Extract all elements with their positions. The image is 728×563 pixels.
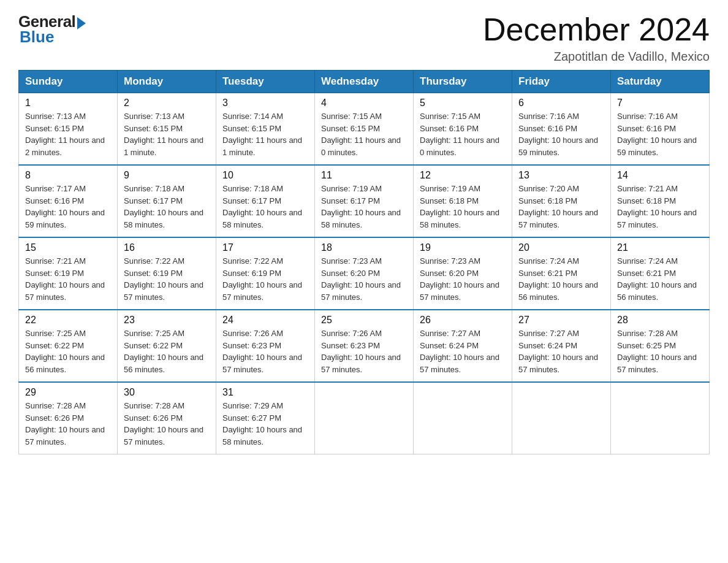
logo: General Blue — [18, 12, 86, 47]
day-number: 24 — [222, 315, 308, 326]
calendar-day-cell: 31Sunrise: 7:29 AMSunset: 6:27 PMDayligh… — [216, 382, 315, 454]
day-info: Sunrise: 7:26 AMSunset: 6:23 PMDaylight:… — [321, 327, 407, 375]
calendar-day-cell: 14Sunrise: 7:21 AMSunset: 6:18 PMDayligh… — [611, 165, 710, 237]
calendar-day-cell: 1Sunrise: 7:13 AMSunset: 6:15 PMDaylight… — [19, 93, 118, 166]
column-header-thursday: Thursday — [414, 71, 512, 93]
day-info: Sunrise: 7:25 AMSunset: 6:22 PMDaylight:… — [25, 327, 111, 375]
calendar-day-cell: 3Sunrise: 7:14 AMSunset: 6:15 PMDaylight… — [216, 93, 315, 166]
day-number: 2 — [124, 98, 210, 109]
calendar-day-cell: 4Sunrise: 7:15 AMSunset: 6:15 PMDaylight… — [315, 93, 414, 166]
day-number: 26 — [420, 315, 506, 326]
calendar-week-row: 1Sunrise: 7:13 AMSunset: 6:15 PMDaylight… — [19, 93, 710, 166]
day-info: Sunrise: 7:28 AMSunset: 6:26 PMDaylight:… — [124, 400, 210, 448]
column-header-friday: Friday — [512, 71, 611, 93]
day-number: 9 — [124, 170, 210, 181]
day-number: 18 — [321, 242, 407, 253]
calendar-day-cell: 18Sunrise: 7:23 AMSunset: 6:20 PMDayligh… — [315, 237, 414, 310]
calendar-header-row: SundayMondayTuesdayWednesdayThursdayFrid… — [19, 71, 710, 93]
day-number: 8 — [25, 170, 111, 181]
day-number: 27 — [518, 315, 604, 326]
day-info: Sunrise: 7:16 AMSunset: 6:16 PMDaylight:… — [518, 110, 604, 158]
day-info: Sunrise: 7:27 AMSunset: 6:24 PMDaylight:… — [420, 327, 506, 375]
calendar-day-cell: 23Sunrise: 7:25 AMSunset: 6:22 PMDayligh… — [118, 310, 216, 382]
calendar-week-row: 8Sunrise: 7:17 AMSunset: 6:16 PMDaylight… — [19, 165, 710, 237]
day-number: 17 — [222, 242, 308, 253]
calendar-day-cell: 5Sunrise: 7:15 AMSunset: 6:16 PMDaylight… — [414, 93, 512, 166]
logo-blue-text: Blue — [20, 28, 54, 47]
column-header-wednesday: Wednesday — [315, 71, 414, 93]
column-header-sunday: Sunday — [19, 71, 118, 93]
day-number: 21 — [617, 242, 703, 253]
calendar-day-cell: 22Sunrise: 7:25 AMSunset: 6:22 PMDayligh… — [19, 310, 118, 382]
day-number: 28 — [617, 315, 703, 326]
title-block: December 2024 Zapotitlan de Vadillo, Mex… — [483, 12, 710, 64]
day-info: Sunrise: 7:20 AMSunset: 6:18 PMDaylight:… — [518, 183, 604, 231]
column-header-saturday: Saturday — [611, 71, 710, 93]
day-number: 5 — [420, 98, 506, 109]
calendar-day-cell: 16Sunrise: 7:22 AMSunset: 6:19 PMDayligh… — [118, 237, 216, 310]
calendar-week-row: 15Sunrise: 7:21 AMSunset: 6:19 PMDayligh… — [19, 237, 710, 310]
calendar-day-cell: 13Sunrise: 7:20 AMSunset: 6:18 PMDayligh… — [512, 165, 611, 237]
day-info: Sunrise: 7:14 AMSunset: 6:15 PMDaylight:… — [222, 110, 308, 158]
day-info: Sunrise: 7:23 AMSunset: 6:20 PMDaylight:… — [321, 255, 407, 303]
column-header-tuesday: Tuesday — [216, 71, 315, 93]
calendar-day-cell: 27Sunrise: 7:27 AMSunset: 6:24 PMDayligh… — [512, 310, 611, 382]
location-text: Zapotitlan de Vadillo, Mexico — [483, 50, 710, 64]
logo-arrow-icon — [77, 17, 86, 29]
calendar-week-row: 22Sunrise: 7:25 AMSunset: 6:22 PMDayligh… — [19, 310, 710, 382]
calendar-day-cell — [512, 382, 611, 454]
day-number: 12 — [420, 170, 506, 181]
day-number: 25 — [321, 315, 407, 326]
day-number: 7 — [617, 98, 703, 109]
day-number: 30 — [124, 387, 210, 398]
calendar-day-cell: 26Sunrise: 7:27 AMSunset: 6:24 PMDayligh… — [414, 310, 512, 382]
day-number: 3 — [222, 98, 308, 109]
calendar-day-cell: 11Sunrise: 7:19 AMSunset: 6:17 PMDayligh… — [315, 165, 414, 237]
day-number: 16 — [124, 242, 210, 253]
calendar-day-cell: 21Sunrise: 7:24 AMSunset: 6:21 PMDayligh… — [611, 237, 710, 310]
day-info: Sunrise: 7:26 AMSunset: 6:23 PMDaylight:… — [222, 327, 308, 375]
day-number: 14 — [617, 170, 703, 181]
day-info: Sunrise: 7:23 AMSunset: 6:20 PMDaylight:… — [420, 255, 506, 303]
calendar-day-cell: 7Sunrise: 7:16 AMSunset: 6:16 PMDaylight… — [611, 93, 710, 166]
day-info: Sunrise: 7:17 AMSunset: 6:16 PMDaylight:… — [25, 183, 111, 231]
calendar-day-cell: 29Sunrise: 7:28 AMSunset: 6:26 PMDayligh… — [19, 382, 118, 454]
day-info: Sunrise: 7:29 AMSunset: 6:27 PMDaylight:… — [222, 400, 308, 448]
day-info: Sunrise: 7:24 AMSunset: 6:21 PMDaylight:… — [518, 255, 604, 303]
day-info: Sunrise: 7:18 AMSunset: 6:17 PMDaylight:… — [222, 183, 308, 231]
day-info: Sunrise: 7:28 AMSunset: 6:26 PMDaylight:… — [25, 400, 111, 448]
day-number: 31 — [222, 387, 308, 398]
calendar-day-cell — [414, 382, 512, 454]
day-number: 4 — [321, 98, 407, 109]
calendar-day-cell: 17Sunrise: 7:22 AMSunset: 6:19 PMDayligh… — [216, 237, 315, 310]
calendar-day-cell: 30Sunrise: 7:28 AMSunset: 6:26 PMDayligh… — [118, 382, 216, 454]
day-info: Sunrise: 7:19 AMSunset: 6:17 PMDaylight:… — [321, 183, 407, 231]
day-info: Sunrise: 7:18 AMSunset: 6:17 PMDaylight:… — [124, 183, 210, 231]
day-number: 6 — [518, 98, 604, 109]
calendar-table: SundayMondayTuesdayWednesdayThursdayFrid… — [18, 70, 710, 454]
calendar-week-row: 29Sunrise: 7:28 AMSunset: 6:26 PMDayligh… — [19, 382, 710, 454]
day-number: 10 — [222, 170, 308, 181]
calendar-day-cell: 12Sunrise: 7:19 AMSunset: 6:18 PMDayligh… — [414, 165, 512, 237]
calendar-day-cell: 25Sunrise: 7:26 AMSunset: 6:23 PMDayligh… — [315, 310, 414, 382]
day-info: Sunrise: 7:16 AMSunset: 6:16 PMDaylight:… — [617, 110, 703, 158]
day-number: 20 — [518, 242, 604, 253]
day-number: 11 — [321, 170, 407, 181]
day-info: Sunrise: 7:15 AMSunset: 6:15 PMDaylight:… — [321, 110, 407, 158]
day-info: Sunrise: 7:28 AMSunset: 6:25 PMDaylight:… — [617, 327, 703, 375]
day-info: Sunrise: 7:13 AMSunset: 6:15 PMDaylight:… — [25, 110, 111, 158]
column-header-monday: Monday — [118, 71, 216, 93]
calendar-day-cell: 9Sunrise: 7:18 AMSunset: 6:17 PMDaylight… — [118, 165, 216, 237]
day-info: Sunrise: 7:13 AMSunset: 6:15 PMDaylight:… — [124, 110, 210, 158]
day-info: Sunrise: 7:21 AMSunset: 6:19 PMDaylight:… — [25, 255, 111, 303]
day-number: 22 — [25, 315, 111, 326]
calendar-day-cell — [611, 382, 710, 454]
day-number: 1 — [25, 98, 111, 109]
day-number: 13 — [518, 170, 604, 181]
day-number: 29 — [25, 387, 111, 398]
calendar-day-cell: 2Sunrise: 7:13 AMSunset: 6:15 PMDaylight… — [118, 93, 216, 166]
calendar-day-cell: 8Sunrise: 7:17 AMSunset: 6:16 PMDaylight… — [19, 165, 118, 237]
day-info: Sunrise: 7:22 AMSunset: 6:19 PMDaylight:… — [124, 255, 210, 303]
day-info: Sunrise: 7:27 AMSunset: 6:24 PMDaylight:… — [518, 327, 604, 375]
page-header: General Blue December 2024 Zapotitlan de… — [18, 12, 710, 64]
